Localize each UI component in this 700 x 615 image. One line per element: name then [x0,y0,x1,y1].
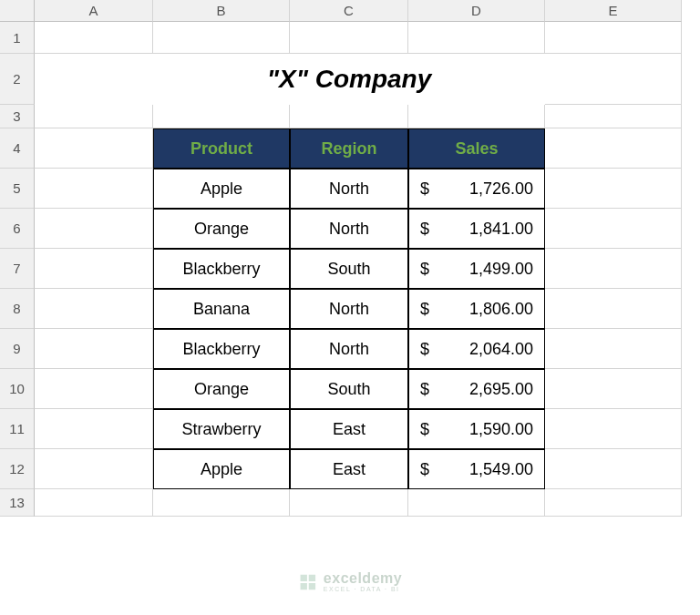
sales-value: 1,590.00 [469,420,533,439]
table-row[interactable]: Banana [153,289,290,329]
col-header-a[interactable]: A [35,0,153,22]
watermark-tagline: EXCEL · DATA · BI [324,586,402,592]
row-header-11[interactable]: 11 [0,409,35,449]
cell-a4[interactable] [35,128,153,169]
table-row[interactable]: Apple [153,449,290,489]
cell-c1[interactable] [290,22,408,54]
row-header-9[interactable]: 9 [0,329,35,369]
cell-a10[interactable] [35,369,153,409]
table-row[interactable]: North [290,329,408,369]
table-row[interactable]: Blackberry [153,249,290,289]
row-header-13[interactable]: 13 [0,489,35,517]
currency-symbol: $ [420,300,429,319]
watermark: exceldemy EXCEL · DATA · BI [298,571,402,592]
cell-d3[interactable] [408,105,545,128]
page-title[interactable]: "X" Company [153,54,545,105]
row-header-1[interactable]: 1 [0,22,35,54]
table-row[interactable]: Orange [153,209,290,249]
cell-a7[interactable] [35,249,153,289]
table-row[interactable]: East [290,409,408,449]
sales-value: 1,726.00 [469,179,533,199]
row-header-2[interactable]: 2 [0,54,35,105]
currency-symbol: $ [420,380,429,399]
table-row[interactable]: $1,590.00 [408,409,545,449]
row-header-6[interactable]: 6 [0,209,35,249]
cell-e5[interactable] [545,169,682,209]
cell-a8[interactable] [35,289,153,329]
spreadsheet-grid: A B C D E 1 2 "X" Company 3 4 Product Re… [0,0,700,517]
cell-d1[interactable] [408,22,545,54]
cell-e2[interactable] [545,54,682,105]
row-header-5[interactable]: 5 [0,169,35,209]
cell-e7[interactable] [545,249,682,289]
col-header-c[interactable]: C [290,0,408,22]
cell-e10[interactable] [545,369,682,409]
table-row[interactable]: Blackberry [153,329,290,369]
table-row[interactable]: Strawberry [153,409,290,449]
row-header-7[interactable]: 7 [0,249,35,289]
table-row[interactable]: Orange [153,369,290,409]
table-row[interactable]: $2,695.00 [408,369,545,409]
cell-a13[interactable] [35,489,153,517]
sales-value: 1,841.00 [469,220,533,239]
cell-e6[interactable] [545,209,682,249]
table-row[interactable]: North [290,209,408,249]
currency-symbol: $ [420,260,429,279]
table-row[interactable]: $1,549.00 [408,449,545,489]
table-row[interactable]: North [290,289,408,329]
currency-symbol: $ [420,420,429,439]
col-header-d[interactable]: D [408,0,545,22]
sales-value: 1,499.00 [469,260,533,279]
table-header-sales[interactable]: Sales [408,128,545,169]
cell-a12[interactable] [35,449,153,489]
cell-c3[interactable] [290,105,408,128]
cell-c13[interactable] [290,489,408,517]
cell-e4[interactable] [545,128,682,169]
table-header-product[interactable]: Product [153,128,290,169]
watermark-brand: exceldemy [324,571,402,586]
cell-b13[interactable] [153,489,290,517]
currency-symbol: $ [420,460,429,479]
cell-a11[interactable] [35,409,153,449]
sales-value: 1,806.00 [469,300,533,319]
cell-e13[interactable] [545,489,682,517]
table-header-region[interactable]: Region [290,128,408,169]
cell-b3[interactable] [153,105,290,128]
cell-a6[interactable] [35,209,153,249]
exceldemy-logo-icon [298,572,318,592]
cell-a5[interactable] [35,169,153,209]
cell-e8[interactable] [545,289,682,329]
sales-value: 2,064.00 [469,340,533,359]
cell-e12[interactable] [545,449,682,489]
table-row[interactable]: $1,726.00 [408,169,545,209]
select-all-corner[interactable] [0,0,35,22]
cell-e11[interactable] [545,409,682,449]
cell-e1[interactable] [545,22,682,54]
table-row[interactable]: East [290,449,408,489]
cell-a3[interactable] [35,105,153,128]
row-header-8[interactable]: 8 [0,289,35,329]
table-row[interactable]: South [290,249,408,289]
table-row[interactable]: South [290,369,408,409]
table-row[interactable]: North [290,169,408,209]
cell-e9[interactable] [545,329,682,369]
currency-symbol: $ [420,220,429,239]
row-header-3[interactable]: 3 [0,105,35,128]
cell-e3[interactable] [545,105,682,128]
cell-a2[interactable] [35,54,153,105]
currency-symbol: $ [420,340,429,359]
table-row[interactable]: $1,499.00 [408,249,545,289]
row-header-10[interactable]: 10 [0,369,35,409]
row-header-12[interactable]: 12 [0,449,35,489]
cell-a9[interactable] [35,329,153,369]
cell-d13[interactable] [408,489,545,517]
table-row[interactable]: $1,841.00 [408,209,545,249]
cell-b1[interactable] [153,22,290,54]
table-row[interactable]: $1,806.00 [408,289,545,329]
table-row[interactable]: Apple [153,169,290,209]
table-row[interactable]: $2,064.00 [408,329,545,369]
col-header-e[interactable]: E [545,0,682,22]
row-header-4[interactable]: 4 [0,128,35,169]
cell-a1[interactable] [35,22,153,54]
col-header-b[interactable]: B [153,0,290,22]
